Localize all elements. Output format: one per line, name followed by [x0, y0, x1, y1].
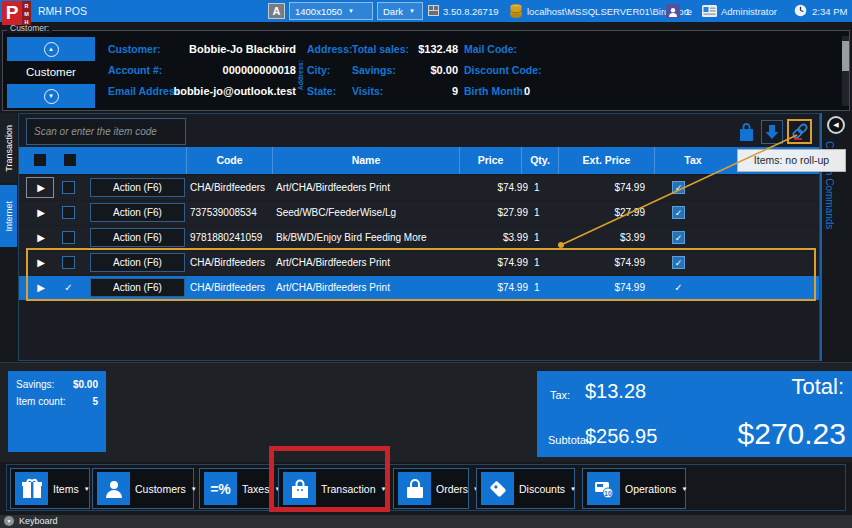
item-count-value: 5: [92, 396, 98, 407]
chevron-down-icon: ▼: [409, 8, 415, 14]
svg-text:10: 10: [604, 489, 612, 496]
chevron-down-icon: ▼: [348, 8, 354, 14]
row-code: CHA/Birdfeeders: [190, 276, 276, 300]
customer-value: Bobbie-Jo Blackbird: [150, 43, 296, 55]
row-checkbox[interactable]: [62, 181, 75, 194]
savings-panel: Savings: $0.00 Item count: 5: [8, 371, 106, 452]
account-value: 000000000018: [150, 64, 296, 76]
row-price: $74.99: [455, 276, 528, 300]
table-row-selected[interactable]: ▶ ✓ Action (F6) CHA/Birdfeeders Art/CHA/…: [19, 276, 819, 300]
email-value: bobbie-jo@outlook.test: [150, 85, 296, 97]
header-price[interactable]: Price: [459, 147, 521, 174]
header-name[interactable]: Name: [272, 147, 459, 174]
header-tax[interactable]: Tax: [654, 147, 731, 174]
item-count-label: Item count:: [16, 396, 65, 407]
tab-transaction[interactable]: Transaction: [0, 113, 17, 183]
orders-menu-button[interactable]: Orders ▼: [393, 468, 469, 509]
row-tax-checkbox[interactable]: ✓: [672, 206, 685, 219]
tax-value: $13.28: [585, 380, 646, 403]
row-checkbox[interactable]: [62, 206, 75, 219]
row-tax-checkbox[interactable]: ✓: [672, 181, 685, 194]
row-expander-icon[interactable]: ▶: [32, 201, 50, 225]
header-expander-checkbox[interactable]: [34, 154, 46, 166]
price-tag-icon: [481, 472, 514, 505]
theme-value: Dark: [383, 6, 403, 17]
chevron-down-icon: ▼: [44, 89, 59, 104]
row-checkbox[interactable]: [62, 256, 75, 269]
table-row[interactable]: ▶ Action (F6) CHA/Birdfeeders Art/CHA/Bi…: [19, 251, 819, 275]
customer-next-button[interactable]: ▼: [7, 84, 95, 108]
chevron-down-icon: ▼: [681, 486, 687, 492]
register-icon: 10: [587, 472, 620, 505]
resolution-dropdown[interactable]: 1400x1050 ▼: [289, 2, 373, 20]
chevron-down-icon: ▼: [191, 486, 197, 492]
tooltip-items-no-rollup: Items: no roll-up: [737, 149, 846, 172]
scrollbar-thumb[interactable]: [842, 41, 849, 71]
action-button[interactable]: Action (F6): [90, 228, 185, 247]
chevron-down-icon: ▼: [380, 486, 386, 492]
header-qty[interactable]: Qty.: [521, 147, 558, 174]
row-expander-icon[interactable]: ▶: [32, 176, 50, 200]
state-label: State:: [307, 85, 336, 97]
row-price: $27.99: [455, 201, 528, 225]
row-checkbox-checked[interactable]: ✓: [62, 276, 75, 300]
header-select-all-checkbox[interactable]: [64, 154, 76, 166]
customer-selector-label: Customer: [7, 61, 95, 84]
tab-internet[interactable]: Internet: [0, 185, 17, 247]
header-code[interactable]: Code: [186, 147, 272, 174]
row-tax-checkbox[interactable]: ✓: [672, 256, 685, 269]
items-bag-icon[interactable]: [735, 120, 757, 144]
row-expander-icon[interactable]: ▶: [32, 251, 50, 275]
clock-icon: [794, 4, 807, 17]
row-ext-price: $74.99: [570, 276, 645, 300]
time-text: 2:34 PM: [812, 6, 847, 17]
item-code-input[interactable]: [26, 118, 186, 145]
row-expander-icon[interactable]: ▶: [32, 226, 50, 250]
customer-previous-button[interactable]: ▲: [7, 37, 95, 61]
custom-commands-title[interactable]: Custom Commands: [824, 141, 840, 356]
table-row[interactable]: ▶ Action (F6) CHA/Birdfeeders Art/CHA/Bi…: [19, 176, 819, 200]
keyboard-status-label[interactable]: Keyboard: [19, 516, 58, 526]
app-title: RMH POS: [38, 5, 87, 17]
theme-dropdown[interactable]: Dark ▼: [377, 2, 423, 20]
row-tax-checkbox[interactable]: ✓: [672, 231, 685, 244]
action-button[interactable]: Action (F6): [90, 253, 185, 272]
row-qty: 1: [534, 176, 556, 200]
row-ext-price: $3.99: [570, 226, 645, 250]
row-tax-checked-icon[interactable]: ✓: [672, 276, 685, 300]
roll-down-icon[interactable]: [761, 120, 783, 144]
items-menu-button[interactable]: Items ▼: [10, 468, 90, 509]
row-code: 737539008534: [190, 201, 276, 225]
row-qty: 1: [534, 226, 556, 250]
keyboard-toggle-icon[interactable]: ▼: [4, 516, 14, 526]
row-expander-icon[interactable]: ▶: [32, 276, 50, 300]
tax-label: Tax:: [550, 389, 570, 401]
row-name: Bk/BWD/Enjoy Bird Feeding More: [276, 226, 471, 250]
header-ext-price[interactable]: Ext. Price: [558, 147, 654, 174]
roll-up-link-icon[interactable]: [787, 119, 812, 144]
action-button[interactable]: Action (F6): [90, 178, 185, 197]
font-size-icon[interactable]: A: [268, 3, 285, 19]
city-label: City:: [307, 64, 330, 76]
action-button[interactable]: Action (F6): [90, 203, 185, 222]
table-row[interactable]: ▶ Action (F6) 9781880241059 Bk/BWD/Enjoy…: [19, 226, 819, 250]
row-price: $74.99: [455, 251, 528, 275]
action-button[interactable]: Action (F6): [90, 278, 185, 297]
customer-scrollbar[interactable]: [842, 36, 849, 106]
customers-menu-button[interactable]: Customers ▼: [92, 468, 194, 509]
table-row[interactable]: ▶ Action (F6) 737539008534 Seed/WBC/Feed…: [19, 201, 819, 225]
discounts-menu-button[interactable]: Discounts ▼: [476, 468, 575, 509]
visits-label: Visits:: [352, 85, 383, 97]
collapse-sidebar-button[interactable]: ◀: [827, 116, 845, 134]
savings-value: $0.00: [390, 64, 458, 76]
row-name: Art/CHA/Birdfeeders Print: [276, 276, 471, 300]
row-checkbox[interactable]: [62, 231, 75, 244]
database-icon: [510, 4, 522, 18]
taxes-menu-button[interactable]: =% Taxes ▼: [199, 468, 271, 509]
birth-month-label: Birth Month:: [464, 85, 526, 97]
transaction-menu-button[interactable]: Transaction ▼: [278, 468, 388, 509]
user-badge-icon: [702, 4, 717, 18]
savings-total-value: $0.00: [73, 379, 98, 390]
percent-icon: =%: [204, 472, 237, 505]
operations-menu-button[interactable]: 10 Operations ▼: [582, 468, 686, 509]
